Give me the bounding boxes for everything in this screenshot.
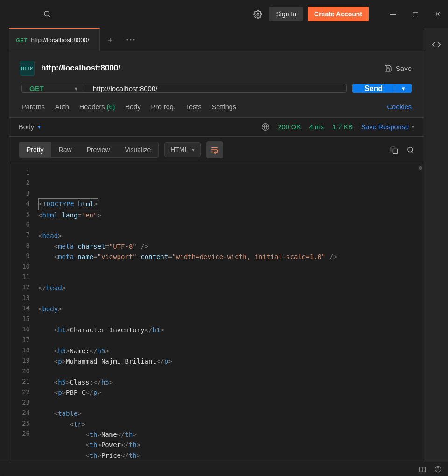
tab-tests[interactable]: Tests (186, 103, 202, 111)
save-response-label: Save Response (361, 123, 409, 131)
request-tab[interactable]: GET http://localhost:8000/ (9, 28, 100, 51)
left-rail (0, 28, 9, 462)
save-response-button[interactable]: Save Response ▾ (361, 123, 414, 131)
view-pretty[interactable]: Pretty (19, 142, 51, 157)
svg-point-11 (408, 147, 413, 152)
view-preview[interactable]: Preview (79, 142, 118, 157)
svg-point-3 (127, 39, 128, 40)
window-maximize-icon[interactable]: ▢ (412, 10, 419, 18)
cookies-link[interactable]: Cookies (387, 103, 412, 111)
method-value: GET (29, 84, 44, 92)
tab-headers-label: Headers (79, 103, 105, 111)
save-button[interactable]: Save (384, 64, 412, 72)
search-response-icon[interactable] (406, 146, 414, 154)
response-status: 200 OK (278, 123, 301, 131)
gear-icon[interactable] (251, 7, 265, 21)
svg-rect-10 (393, 149, 397, 153)
chevron-down-icon: ▾ (75, 85, 77, 92)
request-title: http://localhost:8000/ (41, 63, 120, 73)
search-icon[interactable] (40, 7, 54, 21)
save-label: Save (396, 64, 412, 72)
request-subtabs: Params Auth Headers (6) Body Pre-req. Te… (9, 100, 424, 118)
response-time: 4 ms (309, 123, 324, 131)
response-body[interactable]: 1234567891011121314151617181920212223242… (9, 163, 424, 462)
wrap-lines-icon[interactable] (206, 141, 223, 158)
chevron-down-icon: ▾ (192, 147, 195, 153)
tab-title: http://localhost:8000/ (31, 36, 90, 43)
tab-params[interactable]: Params (21, 103, 45, 111)
new-tab-button[interactable]: ＋ (100, 28, 120, 51)
language-label: HTML (170, 146, 188, 154)
tab-prereq[interactable]: Pre-req. (151, 103, 175, 111)
chevron-down-icon: ▾ (412, 124, 414, 130)
sign-in-button[interactable]: Sign In (269, 7, 303, 21)
language-select[interactable]: HTML ▾ (164, 142, 201, 157)
code-snippet-icon[interactable] (432, 40, 441, 49)
svg-line-1 (49, 15, 50, 17)
help-icon[interactable] (434, 466, 441, 473)
copy-icon[interactable] (390, 146, 398, 154)
right-rail (424, 28, 448, 462)
status-bar (0, 462, 448, 476)
tab-body[interactable]: Body (125, 103, 140, 111)
svg-point-4 (130, 39, 132, 40)
http-icon: HTTP (20, 61, 35, 76)
window-close-icon[interactable]: ✕ (434, 10, 441, 18)
chevron-down-icon: ▾ (38, 124, 41, 130)
globe-icon[interactable] (261, 123, 270, 131)
send-dropdown[interactable]: ▾ (395, 84, 412, 93)
tab-overflow-icon[interactable] (120, 28, 141, 51)
svg-line-12 (412, 151, 413, 153)
headers-count: (6) (107, 103, 115, 111)
code-area[interactable]: <!DOCTYPE html><html lang="en"><head> <m… (35, 163, 424, 462)
response-meta: Body ▾ 200 OK 4 ms 1.7 KB Save Response … (9, 118, 424, 137)
svg-point-0 (44, 11, 49, 16)
response-size: 1.7 KB (332, 123, 353, 131)
url-input[interactable] (85, 84, 346, 92)
view-mode-segment: Pretty Raw Preview Visualize (19, 142, 159, 158)
response-section-label: Body (19, 123, 34, 131)
panel-layout-icon[interactable] (419, 466, 426, 473)
send-button[interactable]: Send (352, 84, 395, 93)
url-bar: GET ▾ (21, 84, 347, 93)
view-raw[interactable]: Raw (51, 142, 79, 157)
svg-point-2 (257, 13, 259, 15)
line-gutter: 1234567891011121314151617181920212223242… (9, 163, 35, 462)
response-section-select[interactable]: Body ▾ (19, 123, 41, 131)
svg-point-5 (133, 39, 135, 40)
tab-auth[interactable]: Auth (55, 103, 69, 111)
create-account-button[interactable]: Create Account (308, 7, 369, 21)
scrollbar-thumb[interactable] (419, 166, 422, 170)
titlebar: Sign In Create Account — ▢ ✕ (0, 0, 448, 28)
view-visualize[interactable]: Visualize (117, 142, 158, 157)
tab-strip: GET http://localhost:8000/ ＋ (9, 28, 424, 51)
method-select[interactable]: GET ▾ (22, 84, 85, 92)
window-minimize-icon[interactable]: — (389, 10, 397, 18)
tab-method-badge: GET (16, 37, 28, 43)
tab-settings[interactable]: Settings (212, 103, 236, 111)
tab-headers[interactable]: Headers (6) (79, 103, 115, 111)
